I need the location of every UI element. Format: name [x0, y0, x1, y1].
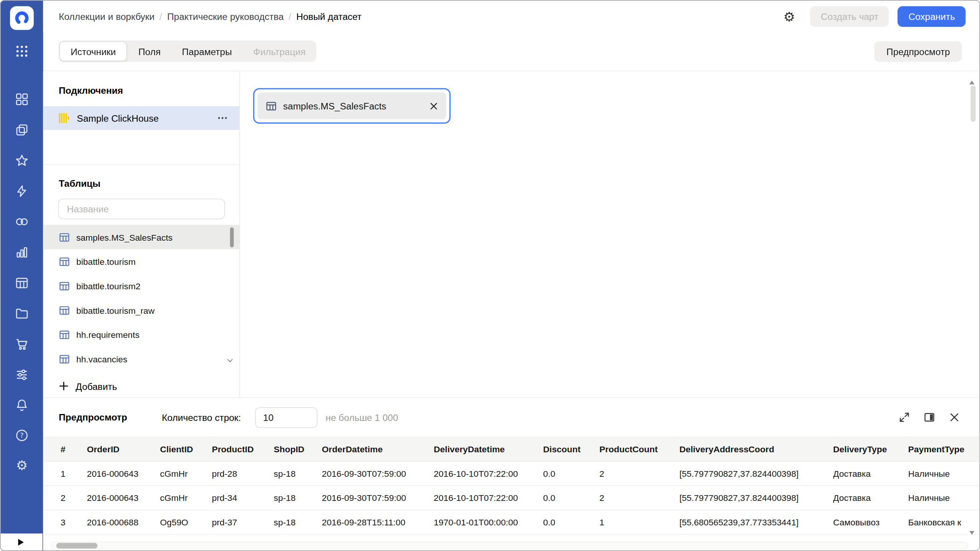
table-cell: Самовывоз: [833, 510, 908, 535]
breadcrumb: Коллекции и воркбуки / Практические руко…: [59, 11, 783, 22]
bolt-icon[interactable]: [15, 184, 29, 199]
tab-filtering[interactable]: Фильтрация: [243, 41, 316, 62]
table-row: 22016-000643cGmHrprd-34sp-182016-09-30T0…: [43, 486, 980, 510]
column-header[interactable]: Discount: [543, 437, 599, 461]
table-cell: sp-18: [274, 461, 322, 486]
preview-toggle-button[interactable]: Предпросмотр: [875, 41, 962, 62]
table-cell: 2: [599, 486, 679, 510]
column-header[interactable]: ProductID: [212, 437, 274, 461]
apps-grid-icon[interactable]: [1, 44, 43, 58]
table-icon: [59, 280, 70, 291]
tables-list-scrollbar[interactable]: [230, 227, 234, 247]
table-list-item[interactable]: bibattle.tourism_raw: [43, 298, 240, 323]
table-cell: Og59O: [160, 510, 212, 535]
horizontal-scrollbar[interactable]: [51, 542, 968, 549]
breadcrumb-collections[interactable]: Коллекции и воркбуки: [59, 11, 154, 22]
table-list-item[interactable]: samples.MS_SalesFacts: [43, 225, 240, 249]
rail-nav: [1, 92, 43, 398]
tab-parameters[interactable]: Параметры: [171, 41, 242, 62]
connection-item[interactable]: Sample ClickHouse: [43, 106, 240, 130]
table-list-item[interactable]: bibattle.tourism: [43, 249, 240, 274]
vertical-scrollbar-thumb[interactable]: [971, 86, 976, 122]
tune-icon[interactable]: [15, 367, 29, 382]
add-table-label: Добавить: [76, 381, 117, 391]
more-menu-icon[interactable]: [217, 116, 228, 120]
gear-icon[interactable]: ⚙: [15, 458, 29, 473]
table-cell: 2016-10-10T07:22:00: [434, 486, 543, 510]
close-preview-icon[interactable]: [948, 411, 961, 424]
left-rail: ? ⚙: [1, 1, 43, 551]
save-button[interactable]: Сохранить: [898, 6, 965, 27]
column-header[interactable]: OrderDatetime: [322, 437, 434, 461]
table-cell: 2: [599, 461, 679, 486]
plus-icon: [59, 381, 69, 391]
tables-title: Таблицы: [59, 178, 100, 189]
table-row: 12016-000643cGmHrprd-28sp-182016-09-30T0…: [43, 461, 980, 486]
bar-chart-icon[interactable]: [15, 245, 29, 260]
table-cell: Доставка: [833, 461, 908, 486]
scroll-up-icon[interactable]: [969, 77, 975, 82]
table-cell: 3: [43, 510, 87, 535]
collapse-sidebar-button[interactable]: [1, 533, 42, 550]
grid-icon[interactable]: [15, 92, 29, 107]
table-cell: Доставка: [833, 486, 908, 510]
table-cell: [55.797790827,37.824400398]: [679, 461, 833, 486]
breadcrumb-folder[interactable]: Практические руководства: [167, 11, 284, 22]
column-header[interactable]: #: [43, 437, 87, 461]
table-cell: [55.797790827,37.824400398]: [679, 486, 833, 510]
star-icon[interactable]: [15, 153, 29, 168]
dataset-tabs: Источники Поля Параметры Фильтрация: [59, 41, 316, 62]
folder-icon[interactable]: [15, 306, 29, 321]
preview-table: #OrderIDClientIDProductIDShopIDOrderDate…: [43, 437, 980, 535]
connection-name: Sample ClickHouse: [77, 113, 217, 124]
table-list-item[interactable]: hh.requirements: [43, 322, 240, 347]
tables-scroll-down-icon[interactable]: [225, 356, 234, 365]
preview-table-body: 12016-000643cGmHrprd-28sp-182016-09-30T0…: [43, 461, 980, 535]
column-header[interactable]: DeliveryType: [833, 437, 908, 461]
table-cell: 2016-09-30T07:59:00: [322, 486, 434, 510]
scroll-down-icon[interactable]: [969, 527, 975, 532]
circles-icon[interactable]: [15, 214, 29, 229]
table-cell: prd-28: [212, 461, 274, 486]
table-name: bibattle.tourism_raw: [76, 305, 155, 315]
column-header[interactable]: ProductCount: [599, 437, 679, 461]
column-header[interactable]: DeliveryDatetime: [434, 437, 543, 461]
table-cell: 2016-000643: [87, 486, 160, 510]
dataset-table-chip[interactable]: samples.MS_SalesFacts: [253, 88, 451, 124]
horizontal-scrollbar-thumb[interactable]: [56, 543, 98, 549]
remove-table-icon[interactable]: [430, 101, 438, 110]
table-icon: [266, 100, 277, 111]
table-icon: [59, 353, 70, 364]
layers-icon[interactable]: [15, 122, 29, 137]
table-list-item[interactable]: bibattle.tourism2: [43, 274, 240, 298]
column-header[interactable]: ClientID: [160, 437, 212, 461]
column-header[interactable]: OrderID: [87, 437, 160, 461]
split-view-icon[interactable]: [923, 411, 936, 424]
tab-sources[interactable]: Источники: [59, 41, 127, 61]
cart-icon[interactable]: [15, 337, 29, 352]
create-chart-button[interactable]: Создать чарт: [810, 6, 889, 27]
table-cell: Наличные: [908, 486, 979, 510]
add-table-button[interactable]: Добавить: [59, 375, 117, 397]
dataset-settings-gear-icon[interactable]: ⚙: [783, 10, 795, 23]
table-search-input[interactable]: [58, 199, 225, 219]
datalens-logo[interactable]: [10, 6, 34, 30]
tab-fields[interactable]: Поля: [128, 41, 172, 62]
help-icon[interactable]: ?: [15, 428, 29, 443]
column-header[interactable]: PaymentType: [908, 437, 979, 461]
table-cell: 1: [599, 510, 679, 535]
table-cell: 0.0: [543, 486, 599, 510]
row-count-hint: не больше 1 000: [326, 412, 398, 423]
bell-icon[interactable]: [15, 398, 29, 413]
row-count-input[interactable]: [255, 407, 317, 428]
breadcrumb-separator: /: [289, 11, 291, 22]
sources-side-panel: Подключения Sample ClickHouse Таблицы: [43, 71, 240, 397]
preview-table-wrap: #OrderIDClientIDProductIDShopIDOrderDate…: [43, 437, 980, 535]
column-header[interactable]: ShopID: [274, 437, 322, 461]
rail-bottom: ? ⚙: [1, 398, 43, 488]
table-list-item[interactable]: hh.vacancies: [43, 347, 240, 371]
screen: ? ⚙ Коллекции и воркбуки / Практические …: [0, 0, 980, 551]
table-grid-icon[interactable]: [15, 276, 29, 290]
expand-icon[interactable]: [898, 411, 911, 424]
column-header[interactable]: DeliveryAddressCoord: [679, 437, 833, 461]
